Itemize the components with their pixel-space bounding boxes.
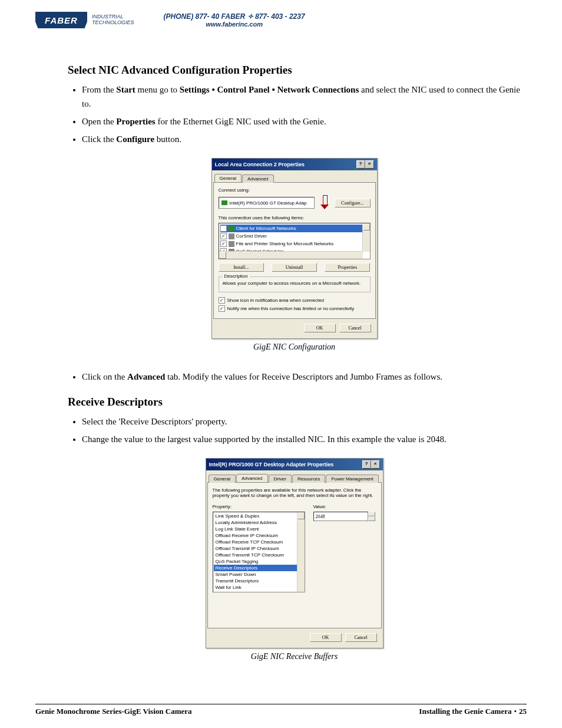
- help-icon[interactable]: ?: [362, 460, 371, 469]
- scrollbar-horizontal[interactable]: [219, 251, 363, 259]
- ok-button[interactable]: OK: [310, 633, 342, 642]
- list-item[interactable]: ✓File and Printer Sharing for Microsoft …: [220, 240, 369, 248]
- checkbox-icon[interactable]: ✓: [220, 225, 227, 232]
- tab-power-management[interactable]: Power Management: [326, 475, 379, 483]
- section2-title: Receive Descriptors: [68, 396, 521, 409]
- section1-list: From the Start menu go to Settings • Con…: [68, 83, 521, 146]
- prop-item[interactable]: Offload Receive IP Checksum: [214, 532, 304, 539]
- list-item: From the Start menu go to Settings • Con…: [82, 83, 521, 111]
- items-listbox[interactable]: ✓Client for Microsoft Networks ✓CorSnid …: [219, 223, 371, 259]
- scroll-up-icon[interactable]: [363, 223, 370, 230]
- text: From the: [82, 85, 116, 94]
- prop-item[interactable]: Log Link State Event: [214, 526, 304, 532]
- value-label: Value:: [313, 504, 375, 509]
- logo-mark: FABER: [35, 12, 87, 28]
- tab-general[interactable]: General: [214, 174, 242, 182]
- bold: Configure: [116, 134, 154, 144]
- list-item: Change the value to the largest value su…: [82, 432, 521, 446]
- notify-checkbox-row[interactable]: ✓Notify me when this connection has limi…: [219, 305, 371, 312]
- page-header: FABER INDUSTRIAL TECHNOLOGIES (PHONE) 87…: [35, 12, 527, 28]
- value-spinner[interactable]: [313, 512, 375, 521]
- prop-item[interactable]: Link Speed & Duplex: [214, 513, 304, 519]
- bold: Start: [116, 85, 135, 94]
- section1-title: Select NIC Advanced Configuration Proper…: [68, 64, 521, 77]
- phone-line: (PHONE) 877- 40 FABER ✧ 877- 403 - 2237: [164, 12, 305, 21]
- item-label: CorSnid Driver: [236, 233, 267, 239]
- bold: Advanced: [127, 372, 165, 381]
- intro-text: The following properties are available f…: [213, 487, 376, 498]
- cancel-button[interactable]: Cancel: [339, 324, 371, 332]
- checkbox-icon[interactable]: ✓: [220, 233, 227, 239]
- tab-driver[interactable]: Driver: [269, 475, 292, 483]
- prop-item[interactable]: Smart Power Down: [214, 571, 304, 578]
- uninstall-button[interactable]: Uninstall: [272, 263, 317, 272]
- list-item: Open the Properties for the Ethernet Gig…: [82, 114, 521, 129]
- prop-item[interactable]: Wake on Link Settings: [214, 591, 304, 592]
- dialog-title-text: Local Area Connection 2 Properties: [215, 162, 305, 167]
- tab-resources[interactable]: Resources: [292, 475, 325, 483]
- list-item: Click the Configure button.: [82, 132, 521, 146]
- prop-item[interactable]: Offload Transmit IP Checksum: [214, 545, 304, 552]
- configure-button[interactable]: Configure...: [335, 199, 370, 207]
- checkbox-icon[interactable]: ✓: [219, 305, 225, 312]
- ok-button[interactable]: OK: [304, 324, 336, 332]
- prop-item[interactable]: Locally Administered Address: [214, 519, 304, 526]
- prop-item-selected[interactable]: Receive Descriptors: [214, 565, 304, 571]
- checkbox-icon[interactable]: ✓: [220, 241, 227, 247]
- list-item: Select the 'Receive Descriptors' propert…: [82, 414, 521, 429]
- scrollbar-vertical[interactable]: [297, 512, 305, 592]
- cancel-button[interactable]: Cancel: [345, 633, 377, 642]
- bold: Properties: [116, 117, 155, 126]
- footer-page-number: 25: [519, 707, 527, 716]
- prop-item[interactable]: Offload Receive TCP Checksum: [214, 539, 304, 545]
- nic-icon: [222, 200, 227, 205]
- value-input[interactable]: [313, 512, 368, 521]
- scroll-left-icon[interactable]: [219, 252, 226, 259]
- tab-general[interactable]: General: [209, 475, 236, 483]
- dialog-lan-properties: Local Area Connection 2 Properties ? × G…: [211, 158, 378, 339]
- help-icon[interactable]: ?: [356, 160, 365, 169]
- list-item[interactable]: ✓CorSnid Driver: [220, 232, 369, 240]
- mid-list: Click on the Advanced tab. Modify the va…: [68, 370, 521, 384]
- scrollbar-vertical[interactable]: [362, 223, 370, 252]
- footer-section: Installing the Genie Camera: [419, 707, 511, 716]
- text: menu go to: [135, 85, 180, 94]
- dialog-titlebar: Intel(R) PRO/1000 GT Desktop Adapter Pro…: [206, 459, 383, 470]
- figure-caption: GigE NIC Configuration: [68, 342, 521, 352]
- spin-down-icon[interactable]: [368, 516, 375, 521]
- tab-advanced[interactable]: Advanced: [242, 174, 274, 183]
- logo-sub-line2: TECHNOLOGIES: [92, 20, 134, 26]
- header-url: www.faberinc.com: [164, 21, 305, 28]
- prop-item[interactable]: Transmit Descriptors: [214, 578, 304, 584]
- prop-item[interactable]: Offload Transmit TCP Checksum: [214, 552, 304, 558]
- dialog-adapter-properties: Intel(R) PRO/1000 GT Desktop Adapter Pro…: [206, 458, 384, 648]
- prop-item[interactable]: Wait for Link: [214, 584, 304, 591]
- section2-list: Select the 'Receive Descriptors' propert…: [68, 414, 521, 446]
- checkbox-icon[interactable]: ✓: [219, 297, 225, 304]
- service-icon: [229, 241, 234, 247]
- list-item[interactable]: ✓Client for Microsoft Networks: [220, 225, 369, 232]
- text: Open the: [82, 117, 116, 126]
- spin-up-icon[interactable]: [368, 512, 375, 516]
- show-icon-checkbox-row[interactable]: ✓Show icon in notification area when con…: [219, 297, 371, 304]
- checkbox-label: Notify me when this connection has limit…: [227, 306, 355, 311]
- text: button.: [154, 134, 181, 144]
- text: Click the: [82, 134, 116, 144]
- prop-item[interactable]: QoS Packet Tagging: [214, 558, 304, 565]
- close-icon[interactable]: ×: [371, 460, 380, 469]
- properties-button[interactable]: Properties: [325, 263, 370, 272]
- service-icon: [229, 233, 234, 239]
- tab-advanced[interactable]: Advanced: [236, 474, 268, 482]
- install-button[interactable]: Install...: [219, 263, 264, 272]
- bold: Settings • Control Panel • Network Conne…: [180, 85, 359, 94]
- close-icon[interactable]: ×: [365, 160, 374, 169]
- text: tab. Modify the values for Receive Descr…: [165, 372, 442, 381]
- logo: FABER INDUSTRIAL TECHNOLOGIES: [35, 12, 134, 28]
- description-group: Description Allows your computer to acce…: [219, 276, 371, 292]
- scroll-up-icon[interactable]: [297, 512, 305, 519]
- connect-using-label: Connect using:: [219, 187, 371, 193]
- checkbox-label: Show icon in notification area when conn…: [227, 298, 325, 303]
- uses-items-label: This connection uses the following items…: [219, 215, 371, 220]
- footer-left: Genie Monochrome Series-GigE Vision Came…: [35, 707, 192, 716]
- property-listbox[interactable]: Link Speed & Duplex Locally Administered…: [213, 512, 305, 592]
